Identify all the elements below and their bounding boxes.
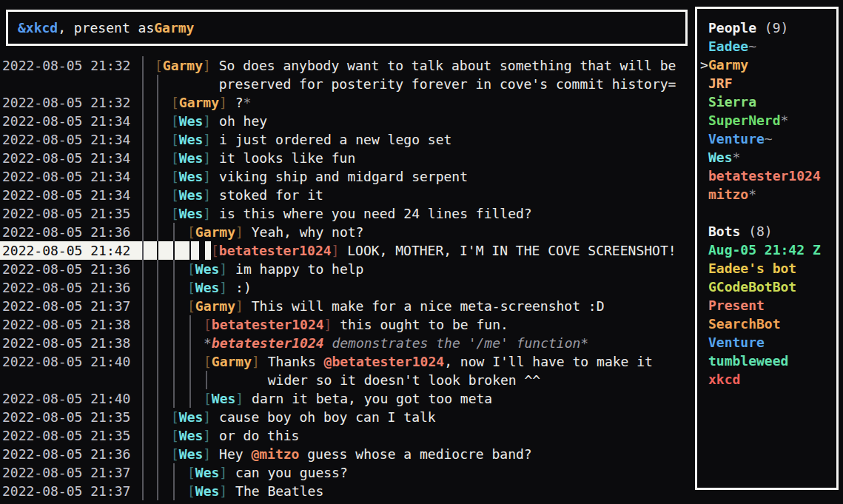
timestamp: 2022-08-05 21:37 (0, 482, 142, 500)
chat-line: preserved for posterity forever in cove'… (0, 75, 695, 93)
nick: Garmy (212, 354, 252, 369)
message: [Wes] it looks like fun (160, 149, 355, 167)
message-text: preserved for posterity forever in cove'… (219, 76, 676, 92)
thread-guide (160, 223, 176, 241)
nick: Garmy (195, 298, 235, 314)
thread-guide (144, 149, 160, 167)
nick-bracket-open: [ (187, 280, 195, 295)
bot-name: GCodeBotBot (708, 279, 796, 295)
sidebar-user[interactable]: Venture~ (700, 130, 836, 148)
nick-bracket-open: [ (204, 354, 212, 369)
nick: Wes (179, 206, 204, 221)
nick-bracket-close: ] (203, 428, 219, 443)
user-name: Sierra (708, 94, 756, 110)
message: [Wes] Hey @mitzo guess whose a mediocre … (160, 445, 532, 463)
message: [Wes] viking ship and midgard serpent (160, 167, 468, 186)
message: [Wes] or do this (160, 426, 299, 445)
nick: Wes (179, 187, 204, 203)
sidebar-user[interactable]: mitzo* (700, 185, 836, 204)
nick: betatester1024 (219, 243, 332, 258)
message: [betatester1024] this ought to be fun. (192, 315, 508, 334)
highlight-gap (199, 241, 205, 260)
thread-guide (144, 223, 160, 241)
nick-bracket-close: ] (235, 391, 252, 406)
message-text: is this where you need 24 lines filled? (219, 206, 532, 221)
timestamp: 2022-08-05 21:35 (0, 204, 142, 223)
thread-guide (160, 315, 176, 334)
thread-guide (144, 93, 160, 112)
sidebar-user[interactable]: betatester1024 (700, 167, 836, 185)
channel-header: &xkcd, present as Garmy (6, 10, 688, 46)
user-name: SuperNerd (708, 112, 781, 128)
nick-bracket-open: [ (204, 391, 212, 406)
sidebar-user[interactable]: JRF (700, 74, 836, 93)
sidebar-bot[interactable]: Present (700, 296, 836, 315)
bot-name: xkcd (708, 372, 740, 387)
message-text: Hey (219, 446, 251, 462)
sidebar-bot[interactable]: Eadee's bot (700, 259, 836, 278)
nick-bracket-open: [ (171, 150, 179, 166)
thread-guide (144, 482, 160, 500)
nick: Wes (195, 280, 220, 295)
highlight-block (205, 241, 211, 260)
sidebar-bot[interactable]: SearchBot (700, 315, 836, 333)
message: [Wes] darn it beta, you got too meta (192, 389, 492, 408)
user-status-suffix: * (733, 149, 741, 165)
sidebar-user[interactable]: Sierra (700, 93, 836, 111)
message-text: Yeah, why not? (252, 224, 364, 240)
chat-line: 2022-08-05 21:34[Wes] oh hey (0, 112, 695, 130)
bots-count: (8) (740, 224, 772, 239)
nick-bracket-open: [ (171, 446, 179, 462)
sidebar-user[interactable]: Eadee~ (700, 37, 836, 56)
bot-name: Present (708, 298, 765, 313)
chat-line: 2022-08-05 21:40[Garmy] Thanks @betatest… (0, 352, 695, 371)
thread-guide (144, 315, 160, 334)
sidebar-user[interactable]: SuperNerd* (700, 111, 836, 130)
message: [Garmy] This will make for a nice meta-s… (176, 297, 605, 315)
thread-guide (144, 463, 160, 482)
sidebar-bot[interactable]: GCodeBotBot (700, 278, 836, 296)
nick: Garmy (163, 58, 203, 73)
thread-guide (144, 352, 160, 371)
sidebar-user[interactable]: Wes* (700, 148, 836, 167)
user-name: JRF (708, 75, 733, 91)
timestamp: 2022-08-05 21:37 (0, 463, 142, 482)
bot-name: Eadee's bot (708, 261, 796, 276)
chat-line: 2022-08-05 21:35[Wes] cause boy oh boy c… (0, 408, 695, 426)
chat-line: 2022-08-05 21:36[Garmy] Yeah, why not? (0, 223, 695, 241)
nick-bracket-close: ] (219, 95, 235, 110)
nick-bracket-close: ] (203, 169, 219, 184)
message: [Wes] im happy to help (176, 260, 363, 278)
user-name: Wes (708, 149, 733, 165)
chat-line: 2022-08-05 21:36[Wes] im happy to help (0, 260, 695, 278)
message: preserved for posterity forever in cove'… (160, 75, 676, 93)
user-status-suffix: * (781, 112, 789, 128)
sidebar-bot[interactable]: Aug-05 21:42 Z (700, 241, 836, 259)
nick-bracket-open: [ (211, 243, 219, 258)
message-text: , now I'll have to make it (444, 354, 653, 369)
message-text: can you guess? (235, 465, 348, 480)
message: [Garmy] So does anybody want to talk abo… (144, 56, 676, 75)
sidebar-user[interactable]: >Garmy (700, 56, 836, 74)
sidebar-bot[interactable]: tumbleweed (700, 352, 836, 370)
people-count: (9) (756, 20, 788, 36)
highlight-block (192, 241, 199, 260)
nick: Wes (179, 409, 204, 425)
thread-guide (160, 371, 176, 389)
user-name: mitzo (708, 187, 748, 202)
chat-line: 2022-08-05 21:32[Garmy] ?* (0, 93, 695, 112)
nick-bracket-close: ] (203, 446, 219, 462)
chat-line: 2022-08-05 21:36[Wes] Hey @mitzo guess w… (0, 445, 695, 463)
sidebar-bot[interactable]: xkcd (700, 370, 836, 389)
thread-guide (144, 167, 160, 186)
message-text: Thanks (268, 354, 324, 369)
nick-bracket-open: [ (204, 317, 212, 332)
nick-bracket-open: [ (187, 465, 195, 480)
message-text: stoked for it (219, 187, 323, 203)
action-star: * (204, 335, 212, 351)
user-name: Venture (708, 131, 765, 147)
message: [betatester1024] LOOK, MOTHER, I'M IN TH… (211, 241, 676, 260)
nick-bracket-open: [ (171, 169, 179, 184)
message-text: The Beatles (235, 483, 323, 499)
sidebar-bot[interactable]: Venture (700, 333, 836, 352)
